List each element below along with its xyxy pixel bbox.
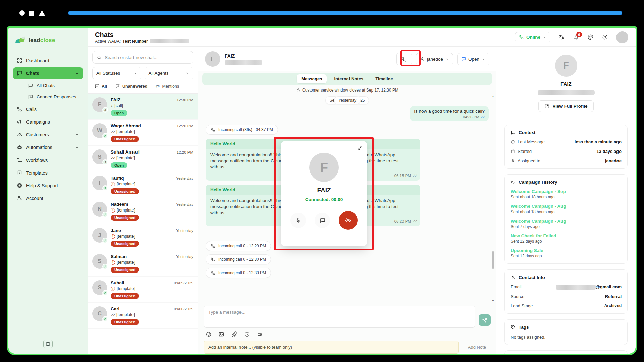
sidebar-nav: Dashboard Chats All Chats Canned Respons…	[8, 51, 88, 204]
sidebar-item-automations[interactable]: Automations	[13, 141, 83, 153]
tab-unanswered[interactable]: Unanswered	[115, 84, 147, 89]
chat-list-item[interactable]: J JaneYesterday ![template] Unassigned	[88, 224, 198, 250]
sidebar-item-canned-responses[interactable]: Canned Responses	[24, 92, 83, 102]
call-status: Connected: 00:00	[305, 197, 343, 202]
send-button[interactable]	[479, 314, 491, 326]
assignee-dropdown[interactable]: janedoe	[416, 53, 453, 65]
add-note-button[interactable]: Add Note	[463, 341, 491, 354]
tab-all-chats[interactable]: All	[94, 84, 107, 89]
call-event-pill: Incoming call (36s) - 04:37 PM	[206, 125, 278, 135]
sidebar-item-workflows[interactable]: Workflows	[13, 154, 83, 166]
light-mode-button[interactable]	[602, 34, 608, 40]
sidebar-collapse-button[interactable]	[43, 340, 53, 348]
brand-logo[interactable]: leadclose	[8, 28, 88, 51]
date-pill: Yesterday	[334, 96, 361, 104]
incoming-arrow-icon: ↓	[111, 103, 113, 108]
chat-list-item[interactable]: N NadeemYesterday ![template] Unassigned	[88, 198, 198, 224]
call-event-pill: Incoming call 0 - 12:30 PM	[206, 254, 271, 264]
emoji-button[interactable]	[206, 331, 212, 337]
main-area: Chats Active WABA: Test Number Online	[88, 28, 636, 354]
chat-icon	[28, 83, 33, 88]
last-message-value: less than a minute ago	[575, 139, 622, 144]
service-window-notice: Customer service window closes at Sep 17…	[198, 85, 496, 94]
status-badge: Unassigned	[111, 215, 139, 221]
end-call-button[interactable]	[339, 211, 358, 230]
schedule-button[interactable]	[244, 331, 250, 337]
chevron-down-icon	[185, 71, 189, 75]
tab-messages[interactable]: Messages	[297, 74, 327, 83]
chat-list-panel: Search or start new chat... All Statuses…	[88, 47, 198, 354]
call-event-pill: Incoming call 0 - 12:30 PM	[206, 268, 271, 278]
status-badge: Open	[111, 162, 127, 168]
tab-timeline[interactable]: Timeline	[371, 74, 398, 83]
agent-filter-select[interactable]: All Agents	[145, 67, 194, 79]
status-badge: Unassigned	[111, 136, 139, 142]
internal-note-input[interactable]: Add an internal note... (visible to team…	[204, 341, 459, 354]
app-header: Chats Active WABA: Test Number Online	[88, 28, 636, 47]
person-icon	[511, 159, 515, 163]
clock-icon	[511, 140, 515, 144]
robot-icon	[17, 144, 22, 150]
campaign-link[interactable]: Welcome Campaign - Sep	[511, 189, 622, 194]
call-button[interactable]	[396, 53, 412, 65]
circle-icon	[19, 10, 25, 16]
tab-mentions[interactable]: @ Mentions	[155, 84, 179, 89]
campaign-link[interactable]: New Check for Failed	[511, 233, 622, 238]
sidebar-item-dashboard[interactable]: Dashboard	[13, 55, 83, 66]
phone-icon	[211, 257, 215, 262]
notification-count-badge: 6	[576, 32, 582, 37]
workflow-icon	[17, 157, 22, 163]
chat-list-item[interactable]: FJ FAIZ12:30 PM ↓[call] Open	[88, 94, 198, 120]
megaphone-icon	[17, 119, 22, 125]
megaphone-icon	[511, 180, 516, 185]
translate-button[interactable]	[558, 34, 565, 40]
sidebar-item-customers[interactable]: Customers	[13, 129, 83, 140]
lifebuoy-icon	[17, 183, 22, 188]
sidebar-item-chats[interactable]: Chats	[13, 67, 83, 79]
chat-icon	[511, 130, 516, 135]
conversation-status-dropdown[interactable]: Open	[457, 53, 489, 65]
theme-palette-button[interactable]	[587, 34, 594, 40]
minimize-call-icon[interactable]	[357, 146, 363, 151]
sidebar-item-account[interactable]: Account	[13, 192, 83, 204]
notifications-button[interactable]: 6	[573, 34, 579, 40]
chat-list-item[interactable]: T TaufiqYesterday ![template] Unassigned	[88, 172, 198, 198]
chat-list-item[interactable]: SJ Suhail Ansari12:20 PM ✓✓[template] Op…	[88, 146, 198, 172]
messages-scrollbar[interactable]: ▲ ▼	[491, 95, 495, 302]
template-bot-button[interactable]	[257, 331, 263, 337]
campaign-link[interactable]: Welcome Campaign - Aug	[511, 219, 622, 224]
sidebar-item-templates[interactable]: Templates	[13, 167, 83, 179]
sidebar-item-help-support[interactable]: Help & Support	[13, 180, 83, 191]
scroll-up-icon[interactable]: ▲	[492, 95, 494, 98]
view-full-profile-button[interactable]: View Full Profile	[538, 100, 593, 112]
attachment-button[interactable]	[231, 331, 237, 337]
chat-list-item[interactable]: S Suhail09/09/2025 ![template] Unassigne…	[88, 277, 198, 303]
sidebar-item-campaigns[interactable]: Campaigns	[13, 116, 83, 128]
chat-search-input[interactable]: Search or start new chat...	[92, 51, 193, 64]
mute-microphone-button[interactable]	[290, 213, 306, 228]
status-filter-select[interactable]: All Statuses	[92, 67, 141, 79]
scroll-down-icon[interactable]: ▼	[492, 300, 494, 302]
call-chat-button[interactable]	[315, 213, 330, 228]
campaign-link[interactable]: Welcome Campaign - Aug	[511, 204, 622, 209]
assignee-badge: J	[102, 107, 108, 113]
leadclose-logo-icon	[16, 37, 26, 44]
scrollbar-thumb[interactable]	[492, 251, 494, 269]
chat-list-item[interactable]: W Waqar Ahmad12:20 PM ✓✓[template] Unass…	[88, 120, 198, 146]
chat-icon	[320, 218, 325, 223]
chat-list-item[interactable]: C Carl09/06/2025 ✓✓[template] Unassigned	[88, 303, 198, 329]
message-input[interactable]: Type a message...	[204, 306, 475, 328]
sidebar-item-calls[interactable]: Calls	[13, 103, 83, 115]
online-label: Online	[526, 35, 540, 40]
sidebar-item-all-chats[interactable]: All Chats	[24, 80, 83, 91]
page-title: Chats	[95, 31, 189, 38]
tab-internal-notes[interactable]: Internal Notes	[329, 74, 368, 83]
address-loading-bar	[68, 11, 622, 15]
image-attach-button[interactable]	[218, 331, 224, 337]
sidebar-item-label: Customers	[26, 132, 49, 137]
campaign-link[interactable]: Upcoming Sale	[511, 248, 622, 253]
online-status-dropdown[interactable]: Online	[515, 32, 550, 42]
brand-name: leadclose	[29, 37, 55, 44]
user-avatar[interactable]	[616, 31, 628, 43]
chat-list-item[interactable]: S SalmanYesterday ![template] Unassigned	[88, 250, 198, 277]
